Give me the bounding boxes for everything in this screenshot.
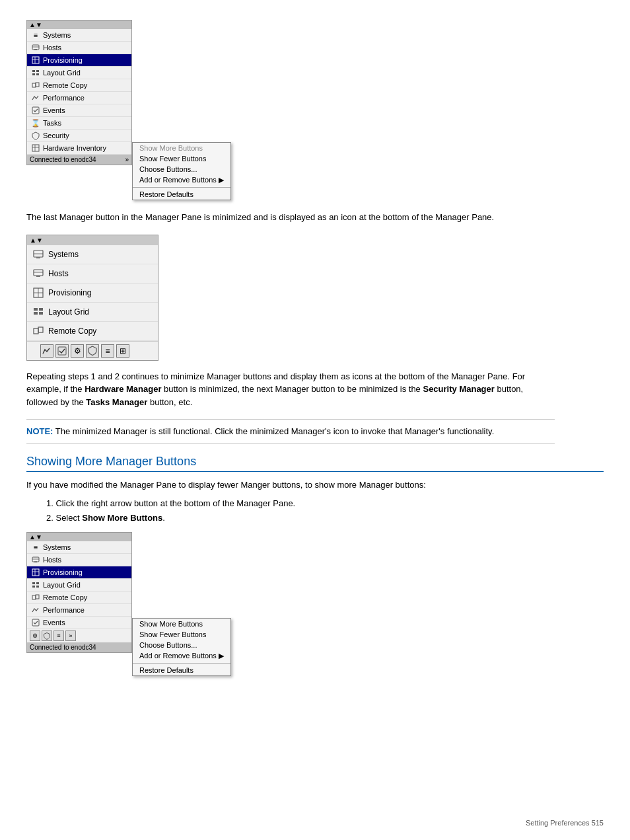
security-icon-sm[interactable] [86, 344, 99, 358]
note-content: The minimized Manager is still functiona… [55, 426, 494, 436]
mgr-item-layoutgrid-3[interactable]: Layout Grid [27, 579, 131, 592]
mgr-item-label: Hosts [43, 44, 61, 52]
header-arrows-3: ▲▼ [29, 533, 42, 541]
ctx-choose-1[interactable]: Choose Buttons... [133, 164, 230, 174]
remotecopy-icon-2 [32, 325, 44, 337]
events-icon-1 [31, 106, 40, 115]
tasks-icon-sm[interactable]: ⚙ [71, 344, 84, 358]
description-2: Repeating steps 1 and 2 continues to min… [26, 370, 555, 409]
mgr-item-label-2: Provisioning [48, 288, 91, 297]
step-1: Click the right arrow button at the bott… [46, 496, 604, 511]
mgr-item-remotecopy-3[interactable]: Remote Copy [27, 592, 131, 604]
svg-rect-25 [34, 308, 38, 311]
header-arrows-2: ▲▼ [30, 237, 43, 244]
hardware-icon-row[interactable]: ≡ [53, 630, 64, 641]
ctx-restore-2[interactable]: Restore Defaults [133, 665, 230, 675]
mgr-item-hardware-1[interactable]: Hardware Inventory [27, 142, 131, 155]
mgr-item-events-1[interactable]: Events [27, 104, 131, 117]
step-2: Select Show More Buttons. [46, 511, 604, 525]
pane-header-1: ▲▼ [27, 20, 131, 29]
layoutgrid-icon-3 [31, 580, 40, 590]
mgr-item-label-2: Layout Grid [48, 307, 89, 317]
ctx-show-fewer-1[interactable]: Show Fewer Buttons [133, 153, 230, 164]
svg-rect-19 [34, 270, 43, 276]
ctx-show-more-1[interactable]: Show More Buttons [133, 143, 230, 153]
mgr-item-label: Layout Grid [43, 69, 81, 77]
mgr-item-tasks-1[interactable]: ⌛ Tasks [27, 117, 131, 130]
mgr-item-security-1[interactable]: Security [27, 130, 131, 142]
svg-rect-28 [39, 312, 43, 315]
mgr-item-hosts-2[interactable]: Hosts [27, 264, 158, 284]
mgr-item-remotecopy-2[interactable]: Remote Copy [27, 322, 158, 341]
mgr-item-systems-2[interactable]: Systems [27, 245, 158, 264]
svg-rect-42 [32, 595, 36, 599]
pane-footer-1: Connected to enodc34 » [27, 155, 131, 165]
page-footer: Setting Preferences 515 [526, 819, 604, 827]
arrow-icon-row[interactable]: » [65, 630, 76, 641]
mgr-item-label: Events [43, 619, 65, 627]
manager-pane-2: ▲▼ Systems Hosts Provisioning [26, 235, 158, 361]
mgr-item-events-3[interactable]: Events [27, 617, 131, 629]
mgr-item-label: Events [43, 106, 65, 114]
extra-icon-sm[interactable]: ⊞ [116, 344, 129, 358]
mgr-item-performance-1[interactable]: Performance [27, 92, 131, 104]
hardware-icon-sm[interactable]: ≡ [101, 344, 114, 358]
description-1: The last Manager button in the Manager P… [26, 211, 555, 224]
ctx-show-more-2[interactable]: Show More Buttons [133, 619, 230, 629]
mgr-item-provisioning-1[interactable]: Provisioning [27, 54, 131, 67]
svg-rect-32 [32, 557, 39, 562]
svg-rect-39 [36, 582, 39, 584]
perf-icon-sm[interactable] [40, 344, 53, 358]
manager-pane-3: ▲▼ ≡ Systems Hosts Provisioning [26, 532, 132, 653]
footer-arrow-1[interactable]: » [125, 156, 129, 163]
ctx-add-remove-1[interactable]: Add or Remove Buttons ▶ [133, 174, 230, 186]
context-menu-1: Show More Buttons Show Fewer Buttons Cho… [132, 142, 231, 200]
mgr-item-hosts-3[interactable]: Hosts [27, 554, 131, 566]
svg-rect-41 [36, 586, 39, 588]
svg-rect-34 [34, 562, 37, 563]
mgr-item-provisioning-2[interactable]: Provisioning [27, 284, 158, 303]
svg-rect-10 [32, 83, 36, 87]
mgr-item-label: Hosts [43, 556, 61, 564]
svg-rect-26 [39, 308, 43, 311]
hosts-icon-1 [31, 43, 40, 52]
ctx-choose-2[interactable]: Choose Buttons... [133, 640, 230, 650]
provisioning-icon-1 [31, 56, 40, 65]
svg-rect-9 [36, 73, 39, 75]
mgr-item-hosts-1[interactable]: Hosts [27, 42, 131, 54]
tasks-icon-row[interactable]: ⚙ [30, 630, 40, 641]
header-arrows-1: ▲▼ [29, 21, 42, 28]
security-icon-1 [31, 131, 40, 140]
svg-rect-27 [34, 312, 38, 315]
mgr-item-layoutgrid-2[interactable]: Layout Grid [27, 303, 158, 322]
mgr-item-remotecopy-1[interactable]: Remote Copy [27, 79, 131, 92]
tasks-icon-1: ⌛ [31, 118, 40, 128]
mgr-item-provisioning-3[interactable]: Provisioning [27, 566, 131, 579]
svg-rect-6 [32, 70, 35, 72]
pane-header-2: ▲▼ [27, 235, 158, 245]
systems-icon-2 [32, 248, 44, 260]
ctx-add-remove-2[interactable]: Add or Remove Buttons ▶ [133, 650, 230, 662]
section-heading-showing: Showing More Manager Buttons [26, 455, 604, 472]
icons-row-3: ⚙ ≡ » [27, 629, 131, 642]
ctx-show-fewer-2[interactable]: Show Fewer Buttons [133, 629, 230, 640]
body-text-1: If you have modified the Manager Pane to… [26, 478, 555, 492]
provisioning-icon-3 [31, 568, 40, 577]
systems-icon-3: ≡ [31, 543, 40, 552]
mgr-item-label: Systems [43, 31, 71, 39]
mgr-item-label: Hardware Inventory [43, 144, 106, 152]
mgr-item-label: Provisioning [43, 56, 83, 64]
mgr-item-systems-3[interactable]: ≡ Systems [27, 541, 131, 554]
hosts-icon-3 [31, 555, 40, 564]
mgr-item-performance-3[interactable]: Performance [27, 604, 131, 617]
mgr-item-layoutgrid-1[interactable]: Layout Grid [27, 67, 131, 79]
svg-rect-11 [36, 83, 39, 87]
mgr-item-systems-1[interactable]: ≡ Systems [27, 29, 131, 42]
ctx-separator-1 [133, 187, 230, 188]
ctx-restore-1[interactable]: Restore Defaults [133, 189, 230, 200]
remotecopy-icon-1 [31, 81, 40, 90]
svg-rect-31 [58, 347, 66, 355]
security-icon-row[interactable] [42, 630, 52, 641]
events-icon-sm[interactable] [55, 344, 69, 358]
steps-list: Click the right arrow button at the bott… [46, 496, 604, 525]
